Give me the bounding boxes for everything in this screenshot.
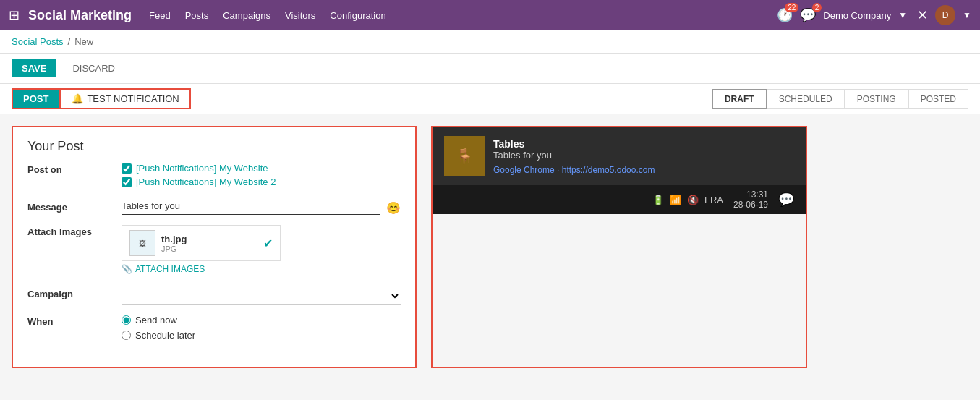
attachment-type: JPG	[161, 244, 187, 253]
attach-images-field: 🖼 th.jpg JPG ✔ 📎 ATTACH IMAGES	[122, 225, 401, 277]
campaign-dropdown[interactable]	[122, 287, 401, 305]
schedule-later-radio[interactable]	[122, 331, 131, 340]
action-bar: SAVE DISCARD	[0, 54, 980, 84]
stages: DRAFT SCHEDULED POSTING POSTED	[712, 89, 968, 109]
send-now-row: Send now	[122, 315, 401, 325]
app-title: Social Marketing	[28, 8, 132, 23]
stage-scheduled[interactable]: SCHEDULED	[767, 89, 845, 109]
attach-images-button[interactable]: 📎 ATTACH IMAGES	[122, 261, 205, 277]
nav-visitors[interactable]: Visitors	[285, 7, 315, 24]
form-title: Your Post	[27, 139, 401, 154]
campaign-row: Campaign	[27, 287, 401, 305]
when-row: When Send now Schedule later	[27, 315, 401, 345]
form-card: Your Post Post on [Push Notifications] M…	[12, 126, 417, 368]
campaign-field	[122, 287, 401, 305]
channel-2-label: [Push Notifications] My Website 2	[136, 176, 276, 187]
topnav: ⊞ Social Marketing Feed Posts Campaigns …	[0, 0, 980, 30]
post-on-row: Post on [Push Notifications] My Website …	[27, 163, 401, 190]
schedule-later-row: Schedule later	[122, 330, 401, 341]
preview-taskbar: 🔋 📶 🔇 FRA 13:31 28-06-19 💬	[433, 185, 806, 214]
attachment-info: th.jpg JPG	[161, 234, 187, 253]
taskbar-icons: 🔋 📶 🔇 FRA	[652, 195, 723, 205]
nav-configuration[interactable]: Configuration	[330, 7, 385, 24]
attachment-check-icon: ✔	[263, 237, 273, 250]
stage-posting[interactable]: POSTING	[845, 89, 908, 109]
post-button[interactable]: POST	[12, 88, 60, 109]
breadcrumb-parent[interactable]: Social Posts	[12, 36, 64, 47]
wifi-icon: 📶	[670, 195, 681, 205]
preview-image: 🪑	[444, 136, 485, 176]
time-label: 13:31	[733, 190, 768, 200]
nav-feed[interactable]: Feed	[149, 7, 171, 24]
date-label: 28-06-19	[733, 200, 768, 210]
post-on-field: [Push Notifications] My Website [Push No…	[122, 163, 401, 190]
topbar-right: 🕐 22 💬 2 Demo Company ▼ ✕ D ▼	[777, 5, 971, 25]
company-selector[interactable]: Demo Company	[823, 10, 891, 21]
nav-posts[interactable]: Posts	[185, 7, 209, 24]
channel-1-checkbox[interactable]	[122, 163, 132, 174]
campaign-label: Campaign	[27, 287, 114, 299]
stage-draft[interactable]: DRAFT	[712, 89, 767, 109]
attachment-name: th.jpg	[161, 234, 187, 244]
message-row: Message 😊	[27, 200, 401, 215]
taskbar-chat-icon: 💬	[778, 192, 794, 208]
test-notification-label: TEST NOTIFICATION	[87, 93, 179, 104]
message-field: 😊	[122, 200, 401, 215]
attach-images-button-label: ATTACH IMAGES	[135, 264, 205, 274]
bell-icon: 🔔	[72, 93, 83, 104]
clock-badge[interactable]: 🕐 22	[777, 7, 793, 23]
breadcrumb-current: New	[74, 36, 93, 47]
send-now-radio[interactable]	[122, 315, 131, 325]
close-button[interactable]: ✕	[917, 7, 928, 23]
image-icon: 🖼	[139, 239, 146, 247]
discard-button[interactable]: DISCARD	[62, 59, 125, 77]
grid-icon[interactable]: ⊞	[9, 7, 20, 23]
main-content: Your Post Post on [Push Notifications] M…	[0, 114, 980, 380]
breadcrumb: Social Posts / New	[0, 30, 980, 54]
message-input[interactable]	[122, 200, 380, 215]
company-dropdown-icon[interactable]: ▼	[898, 10, 907, 20]
status-bar: POST 🔔 TEST NOTIFICATION DRAFT SCHEDULED…	[0, 84, 980, 114]
preview-title: Tables	[493, 138, 794, 150]
attachment-preview: 🖼 th.jpg JPG ✔	[122, 225, 281, 261]
message-count: 2	[812, 3, 822, 12]
channel-2-checkbox[interactable]	[122, 177, 132, 187]
avatar-dropdown-icon[interactable]: ▼	[963, 10, 971, 20]
lang-label: FRA	[704, 195, 723, 205]
emoji-icon[interactable]: 😊	[386, 201, 401, 215]
paperclip-icon: 📎	[122, 264, 132, 274]
stage-posted[interactable]: POSTED	[908, 89, 968, 109]
battery-icon: 🔋	[652, 195, 664, 205]
preview-message: Tables for you	[493, 150, 794, 161]
channel-2-row: [Push Notifications] My Website 2	[122, 176, 401, 187]
avatar[interactable]: D	[935, 5, 955, 25]
test-notification-button[interactable]: 🔔 TEST NOTIFICATION	[60, 88, 190, 109]
message-label: Message	[27, 200, 114, 213]
table-image-icon: 🪑	[456, 148, 474, 165]
when-field: Send now Schedule later	[122, 315, 401, 345]
preview-content: Tables Tables for you Google Chrome · ht…	[493, 138, 794, 175]
schedule-later-label: Schedule later	[135, 330, 195, 341]
nav-menu: Feed Posts Campaigns Visitors Configurat…	[149, 7, 777, 24]
channel-1-label: [Push Notifications] My Website	[136, 163, 268, 174]
breadcrumb-separator: /	[68, 36, 71, 47]
channel-1-row: [Push Notifications] My Website	[122, 163, 401, 174]
when-label: When	[27, 315, 114, 327]
taskbar-time: 13:31 28-06-19	[733, 190, 768, 210]
nav-campaigns[interactable]: Campaigns	[223, 7, 270, 24]
message-badge[interactable]: 💬 2	[800, 7, 816, 23]
attach-images-row: Attach Images 🖼 th.jpg JPG ✔ 📎 ATTACH IM…	[27, 225, 401, 277]
attach-images-label: Attach Images	[27, 225, 114, 237]
sound-icon: 🔇	[687, 195, 699, 205]
send-now-label: Send now	[135, 315, 177, 325]
clock-count: 22	[785, 3, 798, 12]
post-on-label: Post on	[27, 163, 114, 175]
preview-source: Google Chrome · https://demo5.odoo.com	[493, 165, 794, 175]
attachment-icon: 🖼	[129, 230, 155, 256]
preview-card: 🪑 Tables Tables for you Google Chrome · …	[431, 126, 807, 368]
preview-notification: 🪑 Tables Tables for you Google Chrome · …	[433, 127, 806, 185]
save-button[interactable]: SAVE	[12, 59, 56, 77]
